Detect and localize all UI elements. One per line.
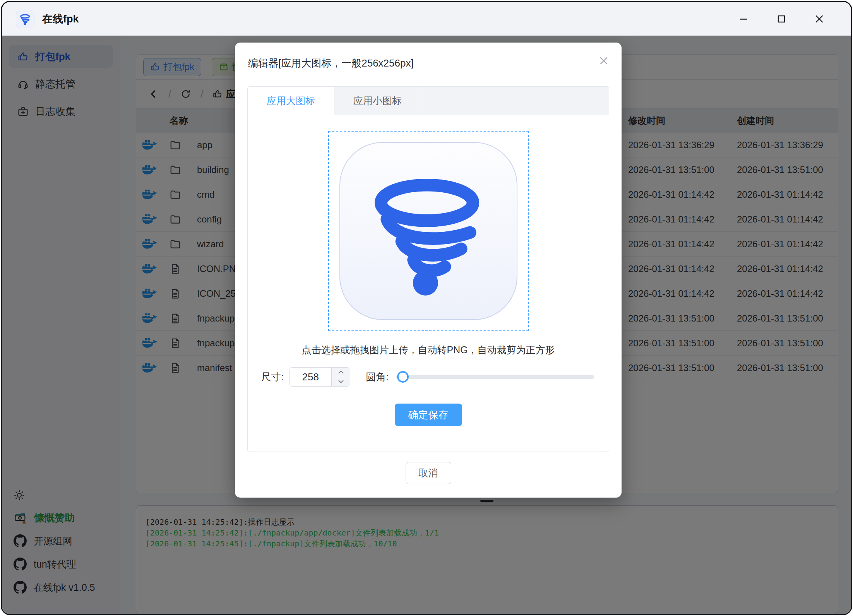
close-button[interactable]	[813, 13, 826, 25]
app-window: 在线fpk 打包fpk	[1, 1, 852, 615]
icon-upload-dropzone[interactable]	[328, 131, 529, 331]
stepper-buttons	[331, 368, 350, 386]
window-controls	[737, 13, 836, 25]
close-icon	[598, 55, 610, 67]
app-body: 打包fpk 静态托管 日志收集	[2, 36, 851, 615]
app-logo	[16, 10, 34, 28]
radius-label: 圆角:	[366, 370, 389, 384]
decrement-button[interactable]	[332, 377, 350, 387]
maximize-icon	[776, 14, 786, 24]
cancel-row: 取消	[235, 462, 622, 484]
icon-editor-modal: 编辑器[应用大图标，一般256x256px] 应用大图标 应用小图标	[235, 43, 622, 498]
increment-button[interactable]	[332, 368, 350, 377]
size-stepper	[289, 367, 350, 387]
minimize-icon	[738, 14, 749, 24]
size-label: 尺寸:	[261, 370, 284, 384]
tornado-icon	[357, 160, 500, 302]
tab-small-icon[interactable]: 应用小图标	[334, 87, 421, 115]
chevron-up-icon	[338, 370, 344, 374]
app-title: 在线fpk	[42, 12, 79, 26]
maximize-button[interactable]	[775, 13, 788, 25]
tab-bar: 应用大图标 应用小图标	[248, 87, 609, 115]
icon-preview	[339, 142, 517, 320]
size-input[interactable]	[289, 368, 331, 386]
upload-hint: 点击选择或拖拽图片上传，自动转PNG，自动裁剪为正方形	[248, 344, 609, 356]
confirm-save-button[interactable]: 确定保存	[395, 404, 462, 426]
modal-close-button[interactable]	[597, 54, 611, 68]
screen: 在线fpk 打包fpk	[0, 0, 853, 616]
modal-title: 编辑器[应用大图标，一般256x256px]	[248, 56, 414, 70]
close-icon	[814, 14, 824, 24]
icon-controls: 尺寸: 圆角:	[248, 367, 609, 387]
chevron-down-icon	[338, 380, 344, 383]
cancel-button[interactable]: 取消	[406, 462, 451, 484]
tab-large-icon[interactable]: 应用大图标	[248, 87, 334, 115]
titlebar: 在线fpk	[2, 2, 851, 36]
tornado-icon	[19, 12, 32, 26]
corner-radius-slider[interactable]	[396, 375, 594, 379]
slider-knob[interactable]	[397, 371, 409, 383]
icon-editor-tab-panel: 应用大图标 应用小图标 点击选择或拖拽图片上传，自动转PNG，自动裁剪为正方形 …	[247, 86, 609, 452]
minimize-button[interactable]	[737, 13, 750, 25]
save-row: 确定保存	[248, 404, 609, 426]
